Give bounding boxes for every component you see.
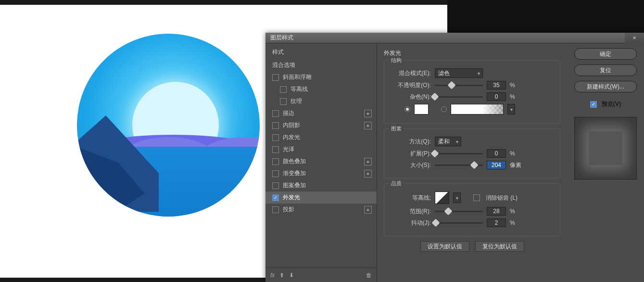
group-label: 品质: [389, 180, 404, 187]
spread-label: 扩展(P):: [390, 150, 431, 158]
dialog-buttons: 确定 复位 新建样式(W)... ✓ 预览(V): [567, 43, 644, 282]
add-icon[interactable]: +: [364, 110, 372, 117]
gradient-radio[interactable]: [441, 106, 447, 112]
blend-mode-label: 混合模式(E):: [390, 69, 431, 77]
checkbox[interactable]: [272, 158, 279, 165]
styles-header: 样式: [265, 43, 377, 59]
unit-label: %: [510, 82, 524, 89]
checkbox[interactable]: [272, 146, 279, 153]
blend-mode-select[interactable]: 滤色: [435, 68, 483, 78]
opacity-label: 不透明度(O):: [390, 81, 431, 90]
noise-slider[interactable]: [435, 96, 483, 98]
style-gradient-overlay[interactable]: 渐变叠加+: [265, 167, 377, 179]
arrow-up-icon[interactable]: ⬆: [279, 272, 284, 279]
style-blend-options[interactable]: 混合选项: [265, 59, 377, 71]
preview-swatch: [589, 131, 622, 165]
group-label: 结构: [389, 57, 404, 64]
gradient-swatch[interactable]: [451, 104, 504, 115]
style-pattern-overlay[interactable]: 图案叠加: [265, 179, 377, 192]
spread-input[interactable]: [487, 149, 506, 158]
new-style-button[interactable]: 新建样式(W)...: [574, 81, 637, 92]
antialias-label: 消除锯齿 (L): [486, 194, 518, 202]
color-swatch[interactable]: [414, 104, 429, 115]
right-panel-dark: [447, 0, 644, 34]
size-label: 大小(S):: [390, 161, 431, 169]
checkbox[interactable]: [272, 110, 279, 117]
checkbox[interactable]: [272, 206, 279, 213]
noise-input[interactable]: [487, 92, 506, 101]
arrow-down-icon[interactable]: ⬇: [289, 272, 294, 279]
add-icon[interactable]: +: [364, 122, 372, 129]
contour-label: 等高线:: [390, 194, 431, 202]
artwork-circle: [77, 34, 260, 217]
checkbox[interactable]: [272, 182, 279, 189]
reset-default-button[interactable]: 复位为默认值: [475, 241, 524, 252]
add-icon[interactable]: +: [364, 206, 372, 214]
style-outer-glow[interactable]: ✓外发光: [265, 192, 377, 204]
dialog-titlebar[interactable]: 图层样式 ×: [265, 33, 644, 43]
unit-label: %: [510, 208, 524, 215]
range-input[interactable]: [487, 207, 506, 216]
checkbox[interactable]: [272, 74, 279, 81]
technique-label: 方法(Q):: [390, 138, 431, 146]
styles-footer: fx ⬆ ⬇ 🗑: [265, 268, 377, 282]
opacity-input[interactable]: [487, 81, 506, 90]
add-icon[interactable]: +: [364, 170, 372, 178]
style-contour[interactable]: 等高线: [265, 83, 377, 95]
structure-group: 结构 混合模式(E): 滤色 不透明度(O): % 杂色(N): %: [384, 60, 560, 124]
dialog-title: 图层样式: [270, 34, 293, 42]
checkbox-checked[interactable]: ✓: [272, 194, 279, 201]
checkbox[interactable]: [280, 86, 287, 93]
checkbox[interactable]: [272, 134, 279, 141]
close-button[interactable]: ×: [625, 33, 644, 43]
quality-group: 品质 等高线: ▾ 消除锯齿 (L) 范围(R): % 抖动(J):: [384, 183, 560, 236]
style-color-overlay[interactable]: 颜色叠加+: [265, 155, 377, 167]
size-slider[interactable]: [435, 165, 483, 166]
checkbox[interactable]: [272, 170, 279, 177]
style-stroke[interactable]: 描边+: [265, 107, 377, 119]
size-input[interactable]: [487, 161, 506, 169]
unit-label: %: [510, 93, 524, 100]
group-label: 图素: [389, 125, 404, 132]
unit-label: %: [510, 219, 524, 226]
antialias-checkbox[interactable]: [473, 194, 480, 201]
add-icon[interactable]: +: [364, 158, 372, 166]
range-label: 范围(R):: [390, 207, 431, 216]
range-slider[interactable]: [435, 211, 483, 212]
preview-label: 预览(V): [602, 100, 621, 108]
elements-group: 图素 方法(Q): 柔和 扩展(P): % 大小(S): 像素: [384, 128, 560, 179]
jitter-input[interactable]: [487, 218, 506, 227]
outer-glow-settings: 外发光 结构 混合模式(E): 滤色 不透明度(O): % 杂色(N):: [377, 43, 567, 282]
gradient-dropdown[interactable]: ▾: [507, 104, 515, 115]
noise-label: 杂色(N):: [390, 93, 431, 101]
style-drop-shadow[interactable]: 投影+: [265, 204, 377, 216]
canvas-top-border: [0, 0, 447, 5]
styles-list: 样式 混合选项 斜面和浮雕 等高线 纹理 描边+ 内阴影+ 内发光 光泽 颜色叠…: [265, 43, 377, 282]
style-bevel[interactable]: 斜面和浮雕: [265, 71, 377, 83]
cancel-button[interactable]: 复位: [574, 64, 637, 76]
checkbox[interactable]: [272, 122, 279, 129]
checkbox[interactable]: [280, 98, 287, 105]
jitter-slider[interactable]: [435, 222, 483, 224]
opacity-slider[interactable]: [435, 85, 483, 86]
fx-icon[interactable]: fx: [270, 272, 275, 279]
make-default-button[interactable]: 设置为默认值: [420, 241, 469, 252]
style-inner-glow[interactable]: 内发光: [265, 131, 377, 143]
unit-label: 像素: [510, 161, 524, 169]
spread-slider[interactable]: [435, 153, 483, 154]
style-inner-shadow[interactable]: 内阴影+: [265, 119, 377, 131]
unit-label: %: [510, 150, 524, 157]
technique-select[interactable]: 柔和: [435, 137, 461, 146]
contour-picker[interactable]: [435, 192, 449, 204]
contour-dropdown[interactable]: ▾: [453, 192, 461, 203]
layer-style-dialog: 图层样式 × 样式 混合选项 斜面和浮雕 等高线 纹理 描边+ 内阴影+ 内发光…: [265, 33, 644, 282]
trash-icon[interactable]: 🗑: [366, 272, 372, 279]
color-radio[interactable]: [404, 106, 410, 112]
preview-box: [574, 117, 637, 179]
style-texture[interactable]: 纹理: [265, 95, 377, 107]
jitter-label: 抖动(J):: [390, 219, 431, 227]
style-satin[interactable]: 光泽: [265, 143, 377, 155]
ok-button[interactable]: 确定: [574, 48, 637, 60]
preview-checkbox[interactable]: ✓: [590, 101, 597, 108]
dialog-body: 样式 混合选项 斜面和浮雕 等高线 纹理 描边+ 内阴影+ 内发光 光泽 颜色叠…: [265, 43, 644, 282]
